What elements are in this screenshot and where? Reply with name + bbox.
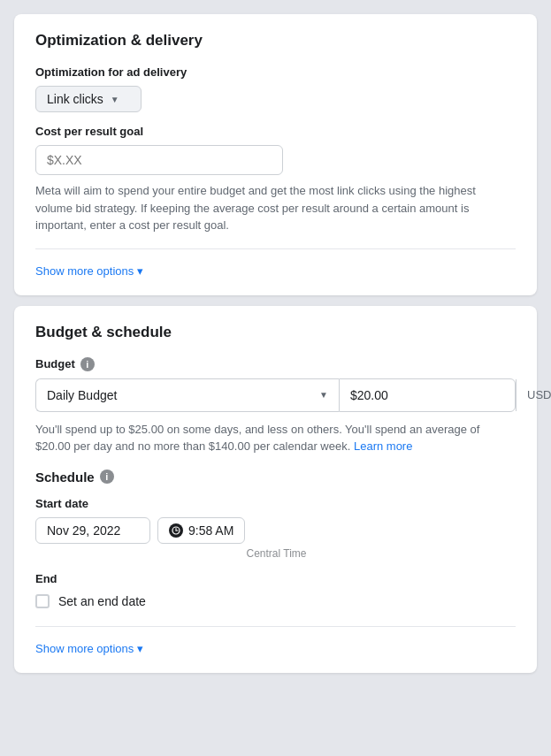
- optimization-dropdown[interactable]: Link clicks ▼: [35, 86, 142, 112]
- budget-show-more[interactable]: Show more options ▾: [35, 642, 143, 655]
- show-more-label: Show more options: [35, 264, 134, 278]
- budget-row: Daily Budget ▼ USD: [35, 378, 516, 412]
- optimization-card-title: Optimization & delivery: [35, 32, 516, 50]
- start-time-value: 9:58 AM: [188, 523, 233, 538]
- cost-field-label: Cost per result goal: [35, 125, 516, 138]
- budget-info-icon[interactable]: i: [80, 357, 95, 371]
- budget-type-value: Daily Budget: [47, 388, 117, 402]
- budget-show-more-label: Show more options: [35, 642, 134, 655]
- start-date-input[interactable]: Nov 29, 2022: [35, 517, 150, 544]
- budget-section-label: Budget i: [35, 357, 516, 371]
- optimization-helper-text: Meta will aim to spend your entire budge…: [35, 182, 516, 234]
- optimization-field-label: Optimization for ad delivery: [35, 65, 516, 79]
- budget-type-dropdown[interactable]: Daily Budget ▼: [35, 378, 339, 412]
- end-row: Set an end date: [35, 594, 516, 608]
- end-date-checkbox[interactable]: [35, 594, 50, 608]
- chevron-down-icon: ▼: [319, 390, 328, 400]
- optimization-dropdown-value: Link clicks: [47, 92, 103, 106]
- start-date-value: Nov 29, 2022: [47, 523, 120, 538]
- budget-field-group: Budget i Daily Budget ▼ USD You'll spend…: [35, 357, 516, 455]
- budget-card-title: Budget & schedule: [35, 324, 516, 341]
- optimization-field-group: Optimization for ad delivery Link clicks…: [35, 65, 516, 112]
- chevron-down-icon: ▾: [137, 264, 143, 278]
- end-section-label: End: [35, 572, 516, 585]
- budget-amount-wrap: USD: [339, 378, 516, 412]
- schedule-info-icon[interactable]: i: [100, 470, 114, 484]
- end-date-label: Set an end date: [58, 594, 146, 608]
- budget-divider: [35, 626, 516, 627]
- end-field-group: End Set an end date: [35, 572, 516, 608]
- start-time-input[interactable]: 9:58 AM: [157, 517, 245, 544]
- budget-amount-input[interactable]: [340, 388, 516, 402]
- schedule-field-group: Schedule i Start date Nov 29, 2022 9:58 …: [35, 470, 516, 560]
- schedule-section-label: Schedule i: [35, 470, 516, 485]
- start-date-row: Nov 29, 2022 9:58 AM: [35, 517, 516, 544]
- cost-per-result-input[interactable]: [35, 145, 283, 175]
- optimization-show-more[interactable]: Show more options ▾: [35, 264, 143, 278]
- chevron-down-icon: ▼: [111, 95, 119, 104]
- learn-more-link[interactable]: Learn more: [354, 439, 412, 453]
- start-date-label: Start date: [35, 497, 516, 510]
- optimization-delivery-card: Optimization & delivery Optimization for…: [14, 14, 537, 295]
- timezone-label: Central Time: [35, 547, 516, 560]
- budget-schedule-card: Budget & schedule Budget i Daily Budget …: [14, 306, 537, 673]
- clock-icon: [169, 523, 183, 538]
- chevron-down-icon: ▾: [137, 642, 143, 655]
- cost-per-result-field-group: Cost per result goal Meta will aim to sp…: [35, 125, 516, 234]
- budget-helper-text: You'll spend up to $25.00 on some days, …: [35, 421, 516, 455]
- optimization-divider: [35, 248, 516, 249]
- budget-currency: USD: [516, 379, 551, 411]
